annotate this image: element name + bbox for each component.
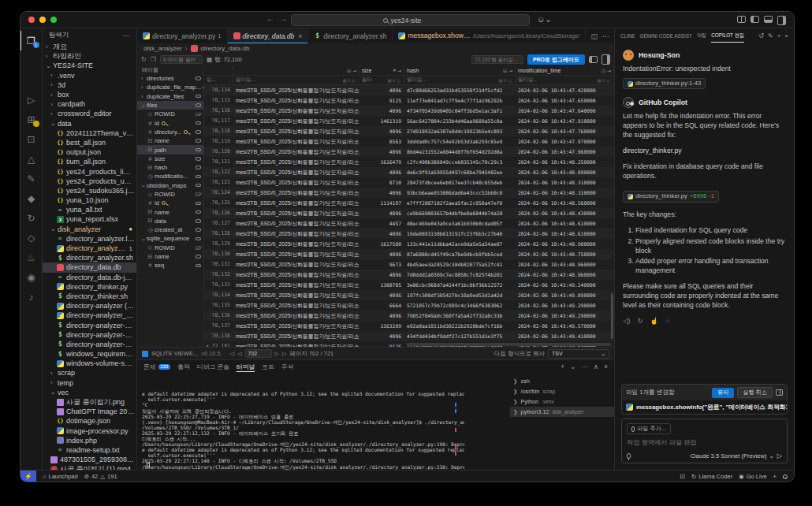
schema-node[interactable]: ◇ ROWID: [137, 110, 203, 118]
file-tree-item[interactable]: directory_analyzer.log: [43, 234, 136, 244]
close-tab-icon[interactable]: ×: [298, 32, 302, 40]
cell-modification-time[interactable]: 2024-02-06 10:43:48.250000: [516, 157, 614, 167]
cell-hash[interactable]: 3dddad0c757c54e92b53d3ab259c65e9: [404, 136, 516, 147]
cell-hash[interactable]: 11ef73e841ad7c7f9e4c77f1a196292b: [404, 95, 516, 106]
visibility-eye-icon[interactable]: [196, 157, 201, 161]
schema-node[interactable]: # size: [137, 154, 203, 163]
file-tree-item[interactable]: directory_thinker.sh: [43, 292, 136, 301]
terminal-list-item[interactable]: ❯ python3.12 disk_analyzer: [510, 407, 614, 417]
screencast-icon[interactable]: ⊡: [680, 473, 685, 480]
breadcrumb[interactable]: disk_analyzer › directory_data.db: [137, 43, 614, 54]
undo-changes-button[interactable]: 실행 취소: [737, 387, 773, 398]
schema-node[interactable]: › duplicate_file_map...: [137, 83, 203, 91]
cell-size[interactable]: 4096: [359, 208, 404, 218]
table-row[interactable]: 70,129 mes/2TB_SSD/0_2025/신화동물접기/보도자료/리소…: [204, 239, 614, 249]
terminal-dropdown-icon[interactable]: ⌄: [570, 363, 575, 370]
cell-hash[interactable]: 93bcb6eae053086dad6e43ccc51bb0c0: [404, 188, 516, 198]
cell-path[interactable]: mes/2TB_SSD/0_2025/신화동물접기/보도자료/리소...: [233, 208, 359, 218]
copilot-menu-icon[interactable]: ☺⌄: [537, 15, 552, 24]
table-row[interactable]: 70,126 mes/2TB_SSD/0_2025/신화동물접기/보도자료/리소…: [204, 208, 614, 218]
terminal-list-item[interactable]: ❯ zsh: [510, 376, 614, 386]
remote-indicator[interactable]: ⚡: [20, 471, 36, 482]
cell-size[interactable]: 4096: [359, 229, 404, 239]
cell-path[interactable]: mes/2TB_SSD/0_2025/신화동물접기/보도자료/리소...: [233, 85, 359, 95]
cell-hash[interactable]: e7fff2887182f2aea5fac2c050a47ef0: [404, 198, 516, 208]
schema-node[interactable]: # id: [137, 199, 203, 207]
visibility-eye-icon[interactable]: [196, 219, 201, 223]
schema-node[interactable]: ◇ ROWID: [137, 190, 203, 199]
file-tree-item[interactable]: directory-analyzer-gui-usag...: [43, 320, 136, 329]
file-tree-item[interactable]: directory-analyzer-usage-d3...: [43, 330, 136, 340]
file-tree-item[interactable]: yes24_products_limited.json: [43, 166, 136, 176]
table-row[interactable]: 70,132 mes/2TB_SSD/0_2025/신화동물접기/보도자료/리소…: [204, 270, 614, 280]
send-icon[interactable]: ▷: [777, 452, 782, 459]
schema-node[interactable]: ⌄ obsidian_maps: [137, 181, 203, 190]
size-filter[interactable]: 필터▦⊘◎: [359, 76, 404, 84]
cell-path[interactable]: mes/2TB_SSD/0_2025/신화동물접기/보도자료/리소...: [233, 259, 359, 270]
activity-bar-item[interactable]: ▷: [20, 90, 43, 110]
activity-bar-item[interactable]: △: [20, 149, 43, 169]
cell-path[interactable]: mes/2TB_SSD/0_2025/신화동물접기/보도자료/리소...: [233, 290, 359, 300]
file-tree-item[interactable]: yuna_10.json: [43, 195, 136, 205]
cell-path[interactable]: mes/2TB_SSD/0_2025/신화동물접기/보도자료/리소...: [233, 126, 359, 136]
hash-filter[interactable]: 필터링...▦⊘◎: [404, 76, 516, 84]
file-tree-item[interactable]: ⌄ disk_analyzer ●: [43, 225, 136, 234]
new-terminal-icon[interactable]: +: [561, 363, 564, 370]
mic-icon[interactable]: [627, 453, 631, 459]
cell-path[interactable]: mes/2TB_SSD/0_2025/신화동물접기/보도자료/리소...: [233, 188, 359, 198]
edit-icon[interactable]: ✎: [768, 32, 773, 39]
thumbs-up-icon[interactable]: ☝: [650, 317, 659, 326]
file-tree-item[interactable]: › scrap: [43, 368, 136, 378]
path-filter[interactable]: 필터링...▦⊘◎: [233, 76, 359, 84]
file-tree-item[interactable]: index.php: [43, 436, 136, 445]
upgrade-pro-button[interactable]: PRO로 업그레이드: [527, 54, 585, 65]
go-live-status[interactable]: ◉ Go Live: [739, 473, 766, 480]
cell-hash[interactable]: 56ac6427884c233b4d46aa9609a55c8a: [404, 116, 516, 126]
schema-node[interactable]: # id: [137, 118, 203, 127]
hash-column-header[interactable]: hash ⊟⇥: [404, 65, 516, 75]
file-tree-item[interactable]: readme-setup.txt: [43, 445, 136, 455]
cell-modification-time[interactable]: 2024-02-06 10:43:48.310000: [516, 177, 614, 188]
visibility-eye-icon[interactable]: [196, 202, 201, 206]
schema-node[interactable]: ◷ created_at: [137, 225, 203, 234]
panel-tab[interactable]: 문제 233: [143, 360, 170, 373]
next-page-icon[interactable]: ▷: [275, 351, 279, 357]
visibility-eye-icon[interactable]: [196, 95, 201, 99]
add-status-icon[interactable]: +: [773, 473, 777, 480]
pin-column-icon[interactable]: ⇥: [397, 68, 401, 73]
table-row[interactable]: 70,137 mes/2TB_SSD/0_2025/신화동물접기/보도자료/리소…: [204, 321, 614, 331]
visibility-eye-icon[interactable]: [196, 113, 201, 117]
context-chip[interactable]: directory_thinker.py:1-43: [623, 78, 706, 89]
chat-tab[interactable]: 채팅: [697, 28, 707, 43]
table-row[interactable]: 70,134 mes/2TB_SSD/0_2025/신화동물접기/보도자료/리소…: [204, 290, 614, 300]
cell-modification-time[interactable]: 2024-02-06 10:43:47.420000: [516, 85, 614, 95]
file-tree-item[interactable]: › crossword_editor: [43, 109, 136, 118]
cell-size[interactable]: 4096: [359, 147, 404, 157]
time-column-header[interactable]: modification_time ◷⇥: [516, 65, 614, 75]
cell-size[interactable]: 8563: [359, 136, 404, 147]
cell-size[interactable]: 8710: [359, 177, 404, 188]
chat-tab[interactable]: COPILOT 편집: [711, 28, 744, 43]
file-tree-item[interactable]: › box: [43, 90, 136, 99]
cell-hash[interactable]: 28473fdbcee6eb817ee37cb40c655deb: [404, 177, 516, 188]
close-window-button[interactable]: [28, 17, 35, 23]
cell-hash[interactable]: 133c441e11dbba42ace9da5e5a54ae87: [404, 239, 516, 249]
cell-path[interactable]: mes/2TB_SSD/0_2025/신화동물접기/보도자료/리소...: [233, 95, 359, 106]
tab-more-icon[interactable]: ⋯: [602, 32, 609, 40]
cell-modification-time[interactable]: 2024-02-06 10:43:47.640000: [516, 106, 614, 116]
cell-size[interactable]: 4096: [359, 311, 404, 321]
file-tree-item[interactable]: windows-volume-scanner.py: [43, 359, 136, 368]
activity-bar-item[interactable]: ⊡: [20, 129, 43, 149]
cell-path[interactable]: mes/2TB_SSD/0_2025/신화동물접기/보도자료/리소...: [233, 300, 359, 311]
panel-tab[interactable]: 주석: [281, 360, 294, 373]
search-input[interactable]: [391, 17, 438, 24]
viewer-layout-right-icon[interactable]: [602, 54, 610, 64]
table-row[interactable]: 70,122 mes/2TB_SSD/0_2025/신화동물접기/보도자료/리소…: [204, 167, 614, 177]
cell-hash[interactable]: 3e86cbc968d7a4244f1bc8bf36b12572: [404, 280, 516, 290]
chat-tab[interactable]: CLINE: [620, 28, 635, 43]
cell-size[interactable]: 4096: [359, 290, 404, 300]
cell-modification-time[interactable]: 2024-02-06 10:43:48.960000: [516, 259, 614, 270]
explorer-more-icon[interactable]: ⋯: [123, 32, 131, 39]
cell-size[interactable]: 4096: [359, 167, 404, 177]
table-row[interactable]: 70,118 mes/2TB_SSD/0_2025/신화동물접기/보도자료/리소…: [204, 126, 614, 136]
